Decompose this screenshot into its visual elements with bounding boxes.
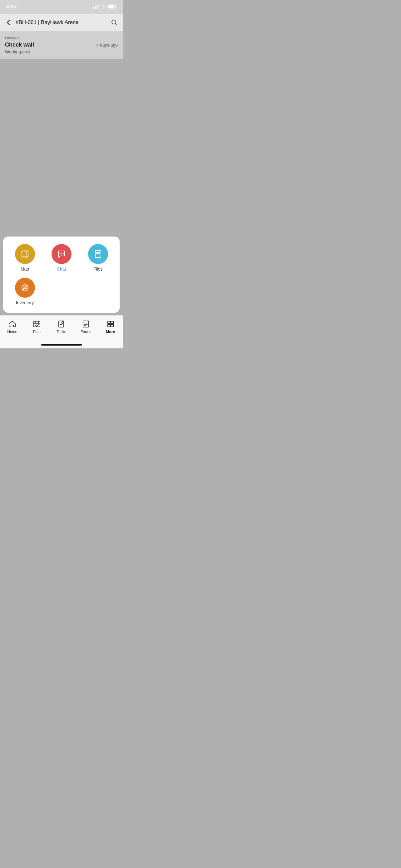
task-title: Check wall [5, 41, 34, 48]
task-row: Check wall 4 days ago [5, 41, 118, 48]
nav-item-tasks[interactable]: Tasks [49, 320, 74, 334]
popup-item-inventory[interactable]: Inventory [15, 278, 35, 305]
svg-rect-3 [98, 4, 99, 9]
svg-rect-1 [95, 6, 96, 9]
nav-item-forms[interactable]: Forms [74, 320, 98, 334]
empty-area [0, 59, 123, 234]
map-label: Map [21, 267, 29, 272]
home-bar [41, 344, 82, 346]
nav-item-plan[interactable]: Plan [25, 320, 49, 334]
svg-rect-18 [108, 324, 110, 327]
battery-icon [108, 4, 116, 10]
home-indicator [0, 341, 123, 348]
task-time: 4 days ago [97, 42, 118, 48]
task-status: Working on it [5, 50, 118, 54]
svg-rect-15 [83, 321, 89, 327]
popup-grid: Map Chat [8, 244, 114, 305]
search-button[interactable] [111, 19, 118, 26]
nav-item-home[interactable]: Home [0, 320, 25, 334]
signal-icon [93, 4, 99, 10]
bottom-nav: Home Plan Tasks [0, 315, 123, 341]
chat-icon-circle [52, 244, 71, 264]
more-icon [106, 320, 115, 329]
plan-label: Plan [33, 330, 41, 334]
back-button[interactable] [5, 19, 12, 26]
header: #BH-001 | BayHawk Arena [0, 14, 123, 31]
svg-rect-17 [111, 321, 113, 324]
status-icons [93, 4, 116, 10]
tasks-label: Tasks [57, 330, 66, 334]
svg-rect-2 [97, 5, 97, 9]
popup-item-chat[interactable]: Chat [52, 244, 71, 272]
svg-rect-6 [109, 5, 114, 8]
files-label: Files [93, 267, 103, 272]
map-icon-circle [15, 244, 35, 264]
svg-point-8 [59, 253, 60, 254]
svg-rect-16 [108, 321, 110, 324]
popup-sheet: Map Chat [3, 237, 120, 313]
forms-icon [81, 320, 90, 329]
plan-icon [32, 320, 41, 329]
home-label: Home [7, 330, 17, 334]
svg-rect-19 [111, 324, 113, 327]
chat-label: Chat [57, 267, 66, 272]
svg-point-9 [61, 253, 62, 254]
more-label: More [106, 330, 115, 334]
nav-item-more[interactable]: More [98, 320, 123, 334]
status-time: 4:57 [6, 4, 17, 10]
svg-point-12 [22, 285, 28, 291]
popup-item-map[interactable]: Map [15, 244, 35, 272]
home-icon [8, 320, 16, 329]
forms-label: Forms [80, 330, 91, 334]
header-title: #BH-001 | BayHawk Arena [15, 19, 107, 26]
inventory-icon-circle [15, 278, 35, 298]
status-bar: 4:57 [0, 0, 123, 14]
svg-point-4 [103, 7, 104, 8]
inventory-label: Inventory [16, 300, 34, 305]
tasks-icon [57, 320, 66, 329]
task-card[interactable]: Untitled Check wall 4 days ago Working o… [0, 31, 123, 59]
svg-rect-0 [93, 7, 94, 9]
popup-item-files[interactable]: Files [88, 244, 108, 272]
svg-point-10 [63, 253, 63, 254]
files-icon-circle [88, 244, 108, 264]
wifi-icon [101, 4, 106, 10]
task-category: Untitled [5, 36, 118, 40]
